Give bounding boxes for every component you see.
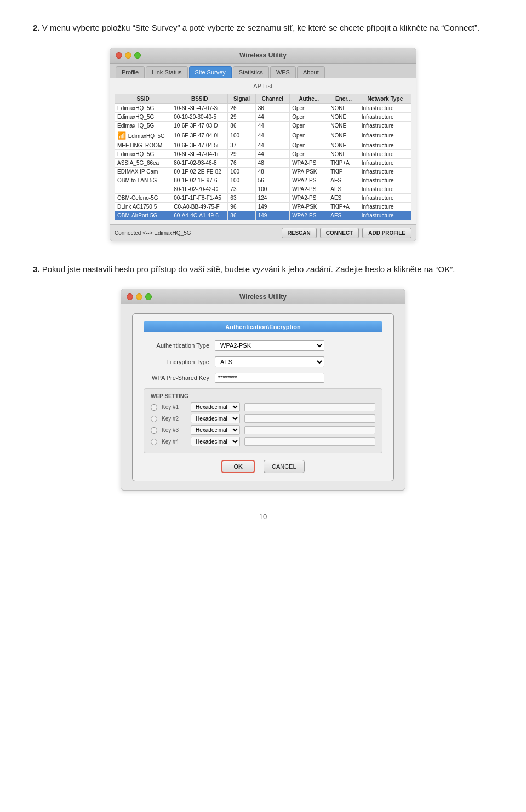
auth-type-input[interactable]: WPA2-PSK: [215, 340, 382, 351]
auth-window-close[interactable]: [127, 293, 133, 300]
connect-button[interactable]: CONNECT: [320, 228, 359, 238]
step2-text: V menu vyberte položku “Site Survey” a p…: [42, 23, 480, 32]
wep-key4-row: Key #4 Hexadecimal: [151, 437, 375, 446]
key3-value-field[interactable]: [244, 426, 375, 434]
table-row[interactable]: EdimaxHQ_5G10-6F-3F-47-03-D8644OpenNONEI…: [115, 121, 411, 130]
bottom-bar: Connected <--> EdimaxHQ_5G RESCAN CONNEC…: [110, 224, 416, 241]
auth-window-title: Wireless Utility: [239, 293, 287, 301]
col-bssid: BSSID: [171, 94, 228, 103]
ap-table: SSID BSSID Signal Channel Authe... Encr.…: [115, 94, 411, 220]
col-signal: Signal: [228, 94, 255, 103]
window-title: Wireless Utility: [239, 51, 287, 59]
wep-title: WEP SETTING: [151, 393, 375, 399]
col-channel: Channel: [255, 94, 289, 103]
col-enc: Encr...: [328, 94, 359, 103]
wep-key3-row: Key #3 Hexadecimal: [151, 425, 375, 435]
enc-type-select[interactable]: AES: [215, 356, 324, 367]
auth-window-minimize[interactable]: [136, 293, 142, 300]
psk-input-container[interactable]: [215, 373, 382, 383]
table-row[interactable]: 80-1F-02-70-42-C73100WPA2-PSAESInfrastru…: [115, 185, 411, 193]
key3-radio[interactable]: [151, 427, 157, 434]
tab-profile[interactable]: Profile: [116, 66, 145, 78]
window-minimize-button[interactable]: [125, 52, 132, 59]
key2-radio[interactable]: [151, 416, 157, 422]
window-close-button[interactable]: [116, 52, 122, 59]
tab-about[interactable]: About: [297, 66, 325, 78]
auth-type-label: Authentication Type: [144, 342, 215, 349]
key3-label: Key #3: [162, 427, 186, 433]
window-maximize-button[interactable]: [134, 52, 141, 59]
step3-paragraph: 3. Pokud jste nastavili heslo pro přístu…: [33, 263, 493, 276]
auth-type-select[interactable]: WPA2-PSK: [215, 340, 324, 351]
tab-link-status[interactable]: Link Status: [146, 66, 187, 78]
key4-value-field[interactable]: [244, 437, 375, 446]
ap-list-header: — AP List —: [115, 83, 411, 91]
key4-type-select[interactable]: Hexadecimal: [191, 437, 240, 446]
enc-type-input[interactable]: AES: [215, 356, 382, 367]
auth-dialog-buttons: OK CANCEL: [144, 460, 382, 473]
ap-list-content: — AP List — SSID BSSID Signal Channel Au…: [110, 78, 416, 224]
tab-statistics[interactable]: Statistics: [233, 66, 269, 78]
key1-radio[interactable]: [151, 404, 157, 411]
table-row[interactable]: OBM-Celeno-5G00-1F-1F-F8-F1-A563124WPA2-…: [115, 193, 411, 202]
key1-value-field[interactable]: [244, 403, 375, 411]
key4-label: Key #4: [162, 439, 186, 445]
page-number: 10: [33, 512, 493, 521]
table-row[interactable]: ASSIA_5G_66ea80-1F-02-93-46-87648WPA2-PS…: [115, 158, 411, 167]
wep-section: WEP SETTING Key #1 Hexadecimal Key #2 He…: [144, 388, 382, 453]
step2-number: 2.: [33, 23, 40, 32]
key2-label: Key #2: [162, 416, 186, 422]
screenshot-wireless-utility: Wireless Utility Profile Link Status Sit…: [110, 48, 416, 241]
table-row[interactable]: OBM to LAN 5G80-1F-02-1E-97-610056WPA2-P…: [115, 176, 411, 185]
window-titlebar: Wireless Utility: [110, 48, 416, 64]
table-row[interactable]: EDIMAX IP Cam-80-1F-02-2E-FE-8210048WPA-…: [115, 167, 411, 176]
psk-field[interactable]: [215, 373, 324, 383]
tab-wps[interactable]: WPS: [270, 66, 296, 78]
add-profile-button[interactable]: ADD PROFILE: [362, 228, 411, 238]
tab-bar: Profile Link Status Site Survey Statisti…: [110, 64, 416, 78]
psk-label: WPA Pre-Shared Key: [144, 375, 215, 381]
col-type: Network Type: [359, 94, 411, 103]
enc-type-row: Encryption Type AES: [144, 356, 382, 367]
step2-paragraph: 2. V menu vyberte položku “Site Survey” …: [33, 22, 493, 34]
auth-dialog-title: Authentication\Encryption: [144, 321, 382, 332]
cancel-button[interactable]: CANCEL: [264, 460, 305, 473]
key4-radio[interactable]: [151, 439, 157, 445]
wep-key1-row: Key #1 Hexadecimal: [151, 402, 375, 412]
table-row[interactable]: EdimaxHQ_5G00-10-20-30-40-52944OpenNONEI…: [115, 112, 411, 121]
auth-dialog-box: Authentication\Encryption Authentication…: [132, 313, 394, 481]
table-row[interactable]: OBM-AirPort-5G60-A4-4C-A1-49-686149WPA2-…: [115, 211, 411, 220]
step3-number: 3.: [33, 264, 40, 274]
col-ssid: SSID: [115, 94, 171, 103]
key1-label: Key #1: [162, 404, 186, 410]
table-row[interactable]: DLink AC1750 5C0-A0-BB-49-75-F96149WPA-P…: [115, 202, 411, 211]
table-row[interactable]: MEETING_ROOM10-6F-3F-47-04-5i3744OpenNON…: [115, 141, 411, 149]
table-row[interactable]: EdimaxHQ_5G10-6F-3F-47-07-3i2636OpenNONE…: [115, 103, 411, 112]
wifi-icon: 📶: [117, 131, 128, 140]
connection-status: Connected <--> EdimaxHQ_5G: [115, 230, 278, 236]
enc-type-label: Encryption Type: [144, 359, 215, 365]
key2-value-field[interactable]: [244, 414, 375, 423]
key3-type-select[interactable]: Hexadecimal: [191, 425, 240, 435]
table-row[interactable]: EdimaxHQ_5G10-6F-3F-47-04-1i2944OpenNONE…: [115, 149, 411, 158]
tab-site-survey[interactable]: Site Survey: [189, 66, 232, 78]
table-row[interactable]: 📶 EdimaxHQ_5G10-6F-3F-47-04-0i10044OpenN…: [115, 130, 411, 141]
key1-type-select[interactable]: Hexadecimal: [191, 402, 240, 412]
auth-window-titlebar: Wireless Utility: [121, 289, 405, 304]
step3-text: Pokud jste nastavili heslo pro přístup d…: [42, 264, 455, 274]
col-auth: Authe...: [290, 94, 328, 103]
screenshot-auth-dialog: Wireless Utility Authentication\Encrypti…: [121, 289, 405, 491]
auth-content-area: Authentication\Encryption Authentication…: [121, 304, 405, 490]
rescan-button[interactable]: RESCAN: [282, 228, 317, 238]
wep-key2-row: Key #2 Hexadecimal: [151, 414, 375, 423]
auth-type-row: Authentication Type WPA2-PSK: [144, 340, 382, 351]
key2-type-select[interactable]: Hexadecimal: [191, 414, 240, 423]
ok-button[interactable]: OK: [221, 460, 255, 473]
psk-row: WPA Pre-Shared Key: [144, 373, 382, 383]
auth-window-maximize[interactable]: [145, 293, 152, 300]
